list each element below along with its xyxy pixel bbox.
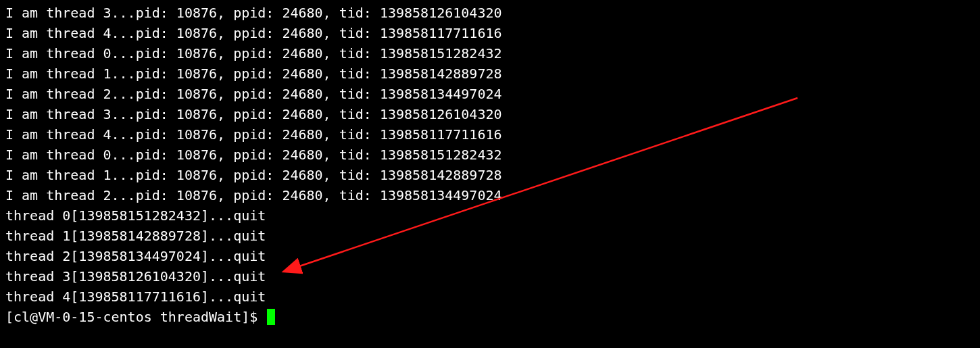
output-line: I am thread 0...pid: 10876, ppid: 24680,… — [5, 145, 975, 165]
output-line: thread 2[139858134497024]...quit — [5, 246, 975, 266]
output-line: I am thread 2...pid: 10876, ppid: 24680,… — [5, 185, 975, 205]
shell-prompt: [cl@VM-0-15-centos threadWait]$ — [5, 307, 266, 327]
output-line: thread 3[139858126104320]...quit — [5, 266, 975, 287]
output-line: I am thread 3...pid: 10876, ppid: 24680,… — [5, 3, 975, 23]
output-line: I am thread 3...pid: 10876, ppid: 24680,… — [5, 104, 975, 124]
output-line: thread 1[139858142889728]...quit — [5, 226, 975, 246]
output-line: I am thread 4...pid: 10876, ppid: 24680,… — [5, 23, 975, 43]
output-line: I am thread 1...pid: 10876, ppid: 24680,… — [5, 165, 975, 185]
prompt-line[interactable]: [cl@VM-0-15-centos threadWait]$ — [5, 307, 975, 327]
output-line: thread 4[139858117711616]...quit — [5, 287, 975, 307]
terminal-output[interactable]: I am thread 3...pid: 10876, ppid: 24680,… — [5, 3, 975, 327]
output-line: I am thread 0...pid: 10876, ppid: 24680,… — [5, 43, 975, 64]
output-line: thread 0[139858151282432]...quit — [5, 205, 975, 226]
output-line: I am thread 4...pid: 10876, ppid: 24680,… — [5, 124, 975, 145]
output-line: I am thread 2...pid: 10876, ppid: 24680,… — [5, 84, 975, 104]
output-line: I am thread 1...pid: 10876, ppid: 24680,… — [5, 64, 975, 84]
cursor-block — [267, 309, 275, 325]
